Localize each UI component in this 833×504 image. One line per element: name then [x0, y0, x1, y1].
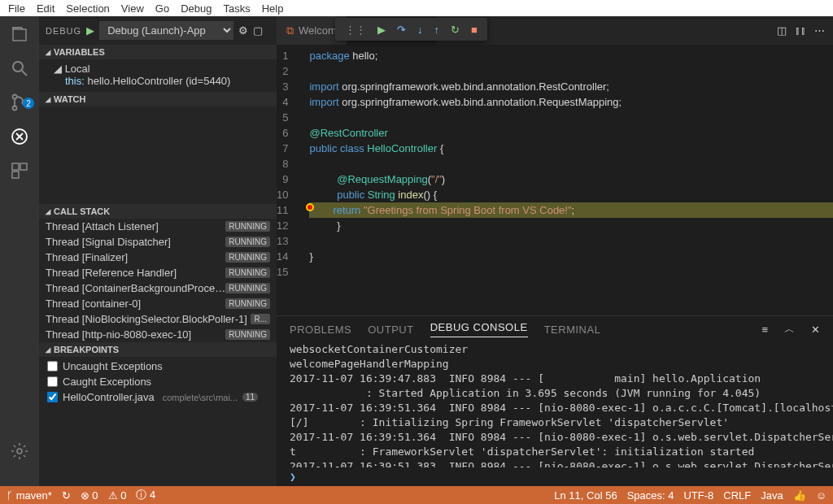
debug-icon[interactable] — [10, 127, 29, 146]
line-gutter[interactable]: 123456789101112131415 — [277, 45, 303, 315]
compare-icon[interactable]: ◫ — [777, 24, 787, 37]
callstack-section[interactable]: CALL STACK — [39, 204, 277, 219]
gear-icon[interactable]: ⚙ — [238, 24, 248, 37]
callstack-row[interactable]: Thread [Reference Handler]RUNNING — [39, 265, 277, 280]
scope-local[interactable]: ◢ Local — [54, 63, 277, 75]
watch-section[interactable]: WATCH — [39, 92, 277, 106]
svg-point-2 — [13, 95, 17, 99]
panel-tabs: PROBLEMS OUTPUT DEBUG CONSOLE TERMINAL ≡… — [277, 316, 833, 342]
callstack-row[interactable]: Thread [NioBlockingSelector.BlockPoller-… — [39, 311, 277, 327]
status-info[interactable]: ⓘ 4 — [136, 488, 155, 502]
status-language[interactable]: Java — [761, 489, 783, 502]
extensions-icon[interactable] — [10, 161, 29, 180]
scm-badge: 2 — [23, 98, 34, 109]
editor-actions: ◫ ⫿⫿ ⋯ — [769, 16, 833, 45]
menu-edit[interactable]: Edit — [32, 1, 59, 16]
launch-config-select[interactable]: Debug (Launch)-App — [99, 21, 233, 40]
svg-point-9 — [17, 449, 22, 454]
bkp-checkbox[interactable] — [47, 392, 58, 402]
breakpoint-row[interactable]: Caught Exceptions — [39, 374, 277, 389]
menu-debug[interactable]: Debug — [176, 1, 216, 16]
bkp-checkbox[interactable] — [47, 361, 58, 371]
breakpoint-row[interactable]: Uncaught Exceptions — [39, 358, 277, 374]
svg-rect-7 — [20, 163, 27, 170]
status-warnings[interactable]: ⚠ 0 — [108, 489, 127, 502]
callstack-list: Thread [Attach Listener]RUNNING Thread [… — [39, 219, 277, 342]
status-encoding[interactable]: UTF-8 — [683, 489, 713, 502]
callstack-row[interactable]: Thread [Attach Listener]RUNNING — [39, 219, 277, 234]
console-input[interactable]: ❯ — [277, 467, 833, 486]
explorer-icon[interactable] — [10, 24, 29, 44]
debug-console-output[interactable]: websocketContainerCustomizer welcomePage… — [277, 342, 833, 467]
activity-bar: 2 — [0, 16, 39, 486]
status-sync-icon[interactable]: ↻ — [62, 489, 71, 502]
editor-area: ⧉Welcom { }launch.json ◫ ⫿⫿ ⋯ 1234567891… — [277, 16, 833, 486]
svg-point-0 — [13, 62, 23, 72]
svg-point-3 — [13, 106, 17, 111]
status-spaces[interactable]: Spaces: 4 — [627, 489, 674, 502]
bottom-panel: PROBLEMS OUTPUT DEBUG CONSOLE TERMINAL ≡… — [277, 315, 833, 486]
tab-terminal[interactable]: TERMINAL — [544, 324, 601, 336]
svg-line-1 — [22, 71, 27, 76]
drag-grip-icon[interactable]: ⋮⋮ — [345, 24, 366, 36]
code-editor[interactable]: package hello; import org.springframewor… — [303, 45, 833, 315]
menu-selection[interactable]: Selection — [61, 1, 114, 16]
start-debug-icon[interactable]: ▶ — [86, 24, 94, 37]
callstack-row[interactable]: Thread [container-0]RUNNING — [39, 296, 277, 311]
more-icon[interactable]: ⋯ — [814, 24, 825, 37]
callstack-row[interactable]: Thread [Finalizer]RUNNING — [39, 250, 277, 265]
debug-label: DEBUG — [46, 26, 81, 36]
menu-help[interactable]: Help — [257, 1, 289, 16]
menu-file[interactable]: File — [3, 1, 30, 16]
callstack-row[interactable]: Thread [ContainerBackgroundProcessor[Sta… — [39, 280, 277, 296]
svg-rect-8 — [12, 172, 19, 178]
callstack-row[interactable]: Thread [Signal Dispatcher]RUNNING — [39, 234, 277, 250]
split-icon[interactable]: ⫿⫿ — [795, 24, 806, 37]
stop-icon[interactable]: ■ — [471, 24, 478, 36]
svg-rect-6 — [12, 163, 19, 170]
callstack-row[interactable]: Thread [http-nio-8080-exec-10]RUNNING — [39, 327, 277, 342]
debug-header: DEBUG ▶ Debug (Launch)-App ⚙ ▢ — [39, 16, 277, 45]
settings-icon[interactable] — [10, 441, 29, 463]
status-errors[interactable]: ⊗ 0 — [81, 489, 98, 502]
variable-this[interactable]: this: hello.HelloController (id=5440) — [54, 75, 277, 87]
feedback-icon[interactable]: ☺ — [816, 489, 826, 502]
debug-console-icon[interactable]: ▢ — [253, 24, 263, 37]
menu-tasks[interactable]: Tasks — [218, 1, 255, 16]
clear-icon[interactable]: ≡ — [761, 324, 768, 336]
breakpoint-marker-icon[interactable] — [306, 203, 314, 211]
collapse-icon[interactable]: ︿ — [784, 322, 795, 337]
variables-section[interactable]: VARIABLES — [39, 45, 277, 59]
debug-toolbar[interactable]: ⋮⋮ ▶ ↷ ↓ ↑ ↻ ■ — [335, 18, 487, 41]
status-cursor[interactable]: Ln 11, Col 56 — [554, 489, 617, 502]
tab-problems[interactable]: PROBLEMS — [290, 324, 351, 336]
status-branch[interactable]: ᚶ maven* — [7, 489, 52, 502]
tab-debug-console[interactable]: DEBUG CONSOLE — [430, 321, 528, 337]
vscode-icon: ⧉ — [286, 24, 294, 37]
breakpoints-list: Uncaught Exceptions Caught Exceptions He… — [39, 357, 277, 406]
step-out-icon[interactable]: ↑ — [434, 24, 440, 36]
menu-bar: File Edit Selection View Go Debug Tasks … — [0, 0, 833, 16]
continue-icon[interactable]: ▶ — [377, 24, 386, 36]
variables-body: ◢ Local this: hello.HelloController (id=… — [39, 59, 277, 92]
bkp-checkbox[interactable] — [47, 376, 58, 387]
close-icon[interactable]: ✕ — [811, 324, 820, 336]
menu-view[interactable]: View — [116, 1, 149, 16]
search-icon[interactable] — [10, 59, 29, 78]
status-bar: ᚶ maven* ↻ ⊗ 0 ⚠ 0 ⓘ 4 Ln 11, Col 56 Spa… — [0, 486, 833, 504]
restart-icon[interactable]: ↻ — [451, 24, 460, 36]
step-over-icon[interactable]: ↷ — [397, 24, 406, 36]
step-into-icon[interactable]: ↓ — [417, 24, 423, 36]
tab-output[interactable]: OUTPUT — [368, 324, 413, 336]
watch-body — [39, 106, 277, 204]
status-eol[interactable]: CRLF — [723, 489, 751, 502]
debug-sidebar: DEBUG ▶ Debug (Launch)-App ⚙ ▢ VARIABLES… — [39, 16, 277, 486]
thumbs-up-icon[interactable]: 👍 — [793, 489, 806, 502]
menu-go[interactable]: Go — [150, 1, 174, 16]
breakpoint-row[interactable]: HelloController.javacomplete\src\mai...1… — [39, 389, 277, 405]
breakpoints-section[interactable]: BREAKPOINTS — [39, 342, 277, 357]
